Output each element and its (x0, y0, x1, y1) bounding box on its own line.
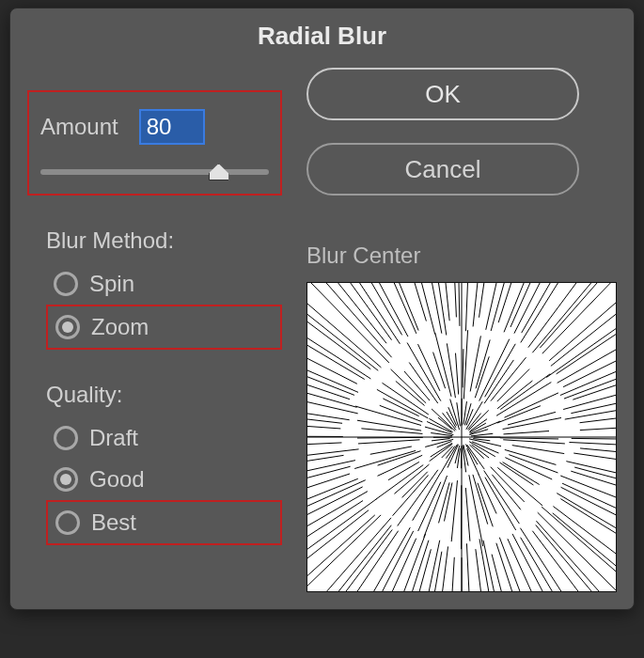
dialog-title: Radial Blur (10, 8, 634, 68)
svg-line-197 (309, 283, 386, 343)
slider-track (40, 169, 269, 175)
svg-line-219 (514, 283, 572, 334)
blur-center-preview[interactable] (306, 282, 617, 592)
svg-line-98 (433, 352, 446, 389)
svg-line-198 (320, 283, 392, 340)
svg-line-237 (565, 396, 616, 419)
amount-slider[interactable] (40, 162, 269, 184)
svg-line-222 (528, 283, 606, 348)
svg-line-82 (370, 446, 412, 454)
svg-line-143 (499, 538, 547, 591)
svg-line-179 (307, 443, 341, 448)
svg-line-191 (307, 306, 370, 379)
blur-method-section: Blur Method: Spin Zoom (27, 227, 282, 350)
svg-line-103 (463, 330, 467, 399)
radio-icon (54, 426, 78, 450)
svg-line-154 (411, 540, 439, 591)
svg-line-119 (504, 431, 549, 434)
svg-line-74 (393, 475, 429, 515)
radio-good[interactable]: Good (46, 459, 282, 500)
svg-line-65 (465, 488, 470, 541)
svg-line-151 (447, 557, 454, 591)
svg-line-211 (465, 283, 471, 331)
svg-line-149 (466, 543, 473, 591)
svg-line-168 (307, 498, 377, 580)
svg-line-141 (512, 534, 574, 591)
amount-input[interactable] (139, 109, 205, 145)
svg-line-48 (500, 438, 558, 439)
svg-line-174 (307, 474, 350, 513)
dialog-content: Amount Blur Method: Spin Zoom (10, 68, 634, 609)
svg-line-100 (447, 343, 455, 398)
svg-line-40 (466, 401, 482, 430)
svg-line-147 (479, 539, 504, 591)
svg-line-194 (307, 283, 381, 368)
svg-line-120 (572, 438, 616, 440)
radio-best[interactable]: Best (46, 500, 282, 545)
svg-line-231 (563, 330, 616, 387)
svg-line-130 (557, 494, 616, 561)
quality-title: Quality: (46, 382, 282, 408)
cancel-button[interactable]: Cancel (306, 143, 579, 196)
svg-line-50 (512, 446, 564, 454)
svg-line-206 (416, 283, 442, 334)
radio-label: Zoom (91, 314, 149, 340)
radio-zoom[interactable]: Zoom (46, 305, 282, 350)
svg-line-129 (561, 487, 616, 546)
svg-line-236 (571, 385, 616, 414)
radio-label: Best (91, 509, 136, 536)
svg-line-132 (553, 507, 616, 584)
svg-line-210 (457, 283, 460, 326)
svg-line-104 (470, 336, 480, 391)
amount-block: Amount (27, 90, 282, 196)
svg-line-96 (407, 343, 441, 401)
blur-method-title: Blur Method: (46, 227, 282, 254)
svg-line-81 (354, 450, 416, 468)
svg-line-230 (558, 318, 616, 384)
radio-icon (55, 315, 80, 339)
svg-line-227 (551, 286, 616, 366)
svg-line-212 (473, 283, 486, 326)
svg-line-105 (476, 340, 490, 389)
svg-line-116 (497, 406, 541, 423)
svg-line-156 (387, 540, 429, 591)
svg-line-49 (503, 440, 565, 444)
svg-line-117 (508, 412, 556, 425)
radio-spin[interactable]: Spin (46, 263, 282, 305)
svg-line-47 (471, 433, 493, 436)
svg-line-54 (503, 462, 540, 485)
svg-line-106 (475, 356, 489, 398)
svg-line-77 (376, 465, 423, 499)
svg-line-175 (307, 466, 351, 499)
radio-icon (54, 467, 78, 492)
svg-line-101 (456, 353, 459, 395)
svg-line-165 (307, 515, 381, 591)
svg-line-187 (307, 349, 354, 396)
blur-center-label: Blur Center (306, 243, 617, 269)
svg-line-83 (358, 440, 420, 444)
radio-icon (54, 272, 78, 296)
radial-blur-dialog: Radial Blur Amount Blur Method: Spin (9, 8, 635, 610)
quality-section: Quality: Draft Good Best (27, 382, 282, 545)
radio-label: Draft (89, 425, 138, 451)
svg-line-180 (307, 436, 343, 437)
svg-line-189 (307, 327, 357, 384)
svg-line-234 (573, 360, 616, 400)
svg-line-80 (378, 451, 421, 465)
svg-line-220 (522, 283, 583, 333)
svg-line-138 (532, 531, 607, 591)
svg-line-67 (451, 480, 457, 541)
right-column: OK Cancel Blur Center (306, 68, 617, 592)
svg-line-95 (409, 363, 438, 404)
svg-line-214 (486, 283, 515, 330)
ok-button[interactable]: OK (306, 68, 579, 120)
svg-line-213 (479, 283, 497, 318)
radio-draft[interactable]: Draft (46, 417, 282, 459)
svg-line-193 (307, 286, 378, 370)
svg-line-160 (341, 527, 410, 591)
svg-line-159 (351, 531, 414, 591)
zoom-rays-icon (307, 283, 616, 591)
svg-line-137 (536, 525, 616, 591)
svg-line-209 (451, 283, 457, 317)
slider-thumb[interactable] (209, 164, 229, 180)
